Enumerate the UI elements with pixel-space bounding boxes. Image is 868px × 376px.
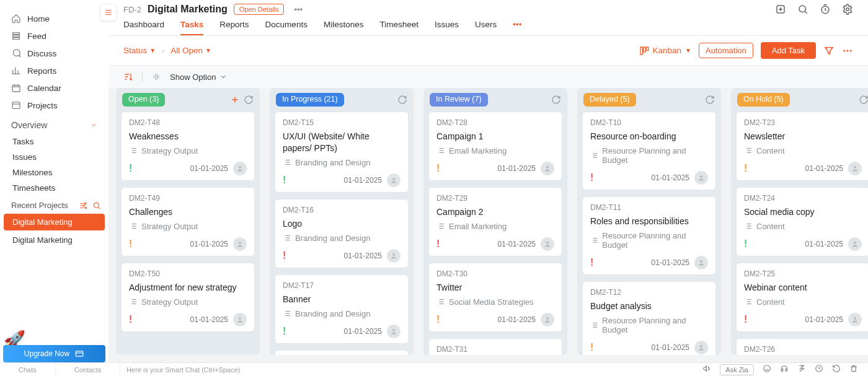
- open-details-button[interactable]: Open Details: [234, 4, 285, 15]
- task-card[interactable]: DM2-T28 Campaign 1 Email Marketing ! 01-…: [428, 111, 562, 181]
- sort-icon[interactable]: [123, 72, 133, 82]
- assignee-avatar[interactable]: [541, 237, 554, 251]
- status-filter[interactable]: Status ▼: [123, 46, 156, 55]
- search-icon[interactable]: [92, 201, 101, 210]
- sidebar-item-tasks[interactable]: Tasks: [0, 134, 108, 149]
- tab-milestones[interactable]: Milestones: [324, 20, 364, 35]
- add-icon[interactable]: [775, 4, 786, 15]
- svg-rect-6: [76, 351, 83, 356]
- assignee-avatar[interactable]: [848, 237, 862, 251]
- view-switcher[interactable]: Kanban ▼: [639, 46, 691, 56]
- tab-users[interactable]: Users: [475, 20, 497, 35]
- megaphone-icon[interactable]: [702, 364, 711, 373]
- collapse-columns-icon[interactable]: [151, 72, 161, 82]
- sidebar-item-timesheets[interactable]: Timesheets: [0, 180, 108, 196]
- timer-icon[interactable]: [820, 4, 831, 15]
- assignee-avatar[interactable]: [387, 249, 401, 263]
- collapse-sidebar-button[interactable]: [100, 4, 117, 21]
- project-more-menu[interactable]: •••: [290, 5, 306, 14]
- task-card[interactable]: DM2-T50 Adjustment for new strategy Stra…: [121, 263, 255, 332]
- nav-item-reports[interactable]: Reports: [0, 62, 108, 79]
- task-card[interactable]: DM2-T31 Linkedin Social Media Strategies…: [428, 338, 562, 355]
- ask-zia-button[interactable]: Ask Zia: [720, 364, 754, 375]
- task-card[interactable]: DM2-T12 Budget analysis Resource Plannin…: [582, 281, 716, 355]
- task-card[interactable]: DM2-T26 Email content preparation Email …: [736, 338, 868, 355]
- automation-button[interactable]: Automation: [699, 43, 753, 58]
- assignee-avatar[interactable]: [233, 237, 247, 251]
- assignee-avatar[interactable]: [694, 341, 708, 354]
- add-card-icon[interactable]: [230, 95, 240, 105]
- assignee-avatar[interactable]: [541, 313, 554, 326]
- nav-item-projects[interactable]: Projects: [0, 97, 108, 114]
- task-card[interactable]: DM2-T16 Logo Branding and Design ! 01-01…: [275, 199, 409, 268]
- nav-item-discuss[interactable]: Discuss: [0, 45, 108, 62]
- task-card[interactable]: DM2-T15 UX/UI (Website/ White papers/ PP…: [275, 111, 409, 193]
- refresh-icon[interactable]: [551, 95, 561, 105]
- nav-item-home[interactable]: Home: [0, 10, 108, 27]
- task-card[interactable]: DM2-T25 Webinar content Content ! 01-01-…: [736, 263, 868, 332]
- trash-icon[interactable]: [849, 364, 858, 373]
- task-card[interactable]: DM2-T24 Social media copy Content ! 01-0…: [736, 187, 868, 256]
- search-icon[interactable]: [797, 4, 808, 15]
- filter-icon[interactable]: [823, 45, 835, 56]
- refresh-icon[interactable]: [705, 95, 715, 105]
- task-card[interactable]: DM2-T10 Resource on-boarding Resource Pl…: [582, 111, 716, 190]
- task-card[interactable]: DM2-T48 Weaknesses Strategy Output ! 01-…: [121, 111, 255, 181]
- tab-timesheet[interactable]: Timesheet: [379, 20, 418, 35]
- tab-reports[interactable]: Reports: [219, 20, 249, 35]
- sidebar-item-issues[interactable]: Issues: [0, 149, 108, 165]
- recent-project[interactable]: Digital Marketing: [4, 214, 105, 230]
- task-card[interactable]: DM2-T11 Roles and responsibilities Resou…: [582, 196, 716, 275]
- refresh-icon[interactable]: [244, 95, 254, 105]
- recent-project[interactable]: Digital Marketing: [4, 232, 105, 248]
- nav-item-calendar[interactable]: Calendar: [0, 79, 108, 97]
- refresh-icon[interactable]: [397, 95, 407, 105]
- sliders-icon[interactable]: [79, 201, 87, 210]
- task-due-date: 01-01-2025: [498, 164, 536, 173]
- tab-dashboard[interactable]: Dashboard: [123, 20, 164, 35]
- sidebar-item-milestones[interactable]: Milestones: [0, 165, 108, 180]
- assignee-avatar[interactable]: [694, 171, 708, 185]
- gear-icon[interactable]: [842, 4, 853, 15]
- nav-item-feed[interactable]: Feed: [0, 27, 108, 45]
- task-card[interactable]: DM2-T18 Video Branding and Design ! 01-0…: [275, 350, 409, 355]
- all-open-filter[interactable]: All Open ▼: [170, 46, 211, 55]
- assignee-avatar[interactable]: [694, 256, 708, 269]
- contacts-tab[interactable]: Contacts: [56, 363, 120, 376]
- assignee-avatar[interactable]: [541, 162, 554, 175]
- task-card[interactable]: DM2-T29 Campaign 2 Email Marketing ! 01-…: [428, 187, 562, 256]
- assignee-avatar[interactable]: [233, 313, 247, 326]
- task-card[interactable]: DM2-T49 Challenges Strategy Output ! 01-…: [121, 187, 255, 256]
- tab-tasks[interactable]: Tasks: [180, 20, 203, 35]
- assignee-avatar[interactable]: [387, 173, 401, 187]
- tab-documents[interactable]: Documents: [265, 20, 308, 35]
- priority-flag-icon: !: [744, 239, 747, 249]
- assignee-avatar[interactable]: [233, 162, 247, 175]
- svg-point-5: [94, 203, 99, 208]
- assignee-avatar[interactable]: [848, 313, 862, 326]
- refresh-icon[interactable]: [859, 95, 868, 105]
- show-option-menu[interactable]: Show Option: [170, 72, 227, 82]
- zia-icon[interactable]: [797, 364, 806, 373]
- assignee-avatar[interactable]: [848, 162, 862, 175]
- assignee-avatar[interactable]: [387, 325, 401, 338]
- task-title: UX/UI (Website/ White papers/ PPTs): [283, 131, 401, 154]
- tab-more[interactable]: •••: [513, 20, 521, 35]
- more-icon[interactable]: [842, 45, 853, 56]
- task-due-date: 01-01-2025: [805, 240, 843, 248]
- task-list-tag: Email Marketing: [436, 146, 554, 155]
- history-icon[interactable]: [832, 364, 841, 373]
- upgrade-button[interactable]: Upgrade Now: [3, 345, 105, 362]
- task-card[interactable]: DM2-T30 Twitter Social Media Strategies …: [428, 263, 562, 332]
- clock-icon[interactable]: [815, 364, 823, 373]
- headset-icon[interactable]: [780, 364, 789, 373]
- task-due-date: 01-01-2025: [344, 327, 382, 336]
- project-name: Digital Marketing: [148, 4, 228, 15]
- add-task-button[interactable]: Add Task: [761, 42, 816, 59]
- tab-issues[interactable]: Issues: [435, 20, 459, 35]
- smile-icon[interactable]: [763, 364, 771, 373]
- section-header-overview[interactable]: Overview: [0, 114, 108, 134]
- task-card[interactable]: DM2-T23 Newsletter Content ! 01-01-2025: [736, 111, 868, 181]
- chats-tab[interactable]: Chats: [0, 363, 56, 376]
- task-card[interactable]: DM2-T17 Banner Branding and Design ! 01-…: [275, 274, 409, 344]
